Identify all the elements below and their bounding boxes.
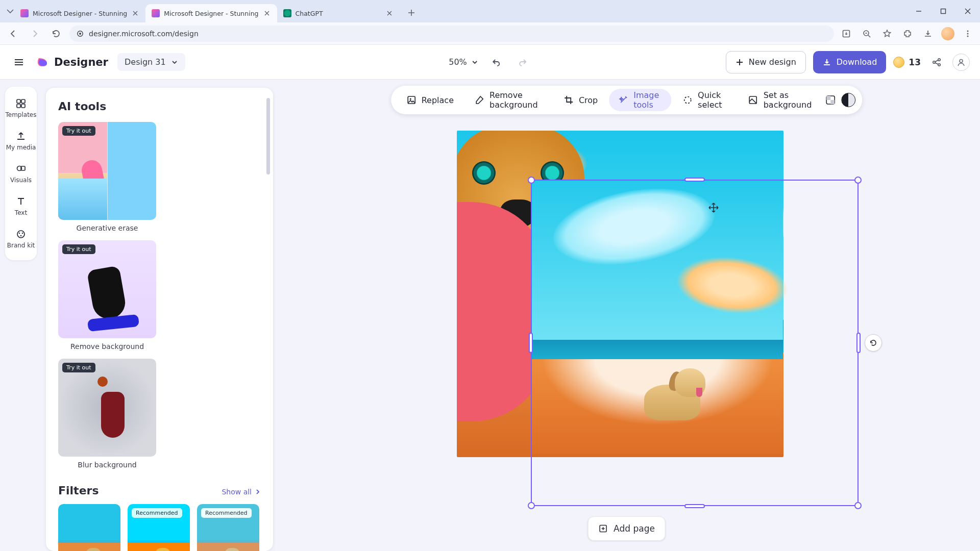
plus-square-icon — [598, 524, 607, 533]
nav-forward-button[interactable] — [27, 26, 43, 42]
canvas-area[interactable]: Replace Remove background Crop Image too… — [273, 80, 980, 551]
plus-icon — [736, 58, 744, 66]
window-minimize-button[interactable] — [906, 0, 931, 22]
new-design-label: New design — [749, 57, 796, 67]
url-text: designer.microsoft.com/design — [89, 30, 199, 38]
favicon-chatgpt-icon — [283, 9, 291, 17]
window-maximize-button[interactable] — [931, 0, 955, 22]
design-name-dropdown[interactable]: Design 31 — [117, 53, 185, 71]
chevron-right-icon — [255, 489, 261, 495]
resize-handle-right[interactable] — [856, 333, 861, 353]
nav-back-button[interactable] — [5, 26, 21, 42]
zoom-indicator-icon[interactable] — [860, 27, 874, 41]
new-tab-button[interactable] — [404, 5, 419, 20]
redo-button[interactable] — [514, 54, 531, 71]
rotate-handle[interactable] — [865, 334, 882, 352]
nav-reload-button[interactable] — [48, 26, 64, 42]
context-toolbar: Replace Remove background Crop Image too… — [391, 86, 863, 114]
svg-rect-14 — [17, 104, 20, 108]
tool-generative-erase[interactable]: Try it out Generative erase — [58, 122, 156, 232]
resize-handle-left[interactable] — [529, 333, 533, 353]
resize-handle-tr[interactable] — [854, 177, 862, 184]
tool-remove-background[interactable]: Try it out Remove background — [58, 240, 156, 350]
design-name: Design 31 — [125, 57, 166, 67]
ctx-color-picker[interactable] — [823, 89, 838, 111]
account-button[interactable] — [952, 54, 970, 71]
header-right: New design Download 13 — [726, 51, 970, 73]
ctx-label: Quick select — [698, 90, 728, 110]
address-bar[interactable]: designer.microsoft.com/design — [69, 26, 834, 42]
rail-text[interactable]: Text — [5, 190, 37, 222]
rail-templates[interactable]: Templates — [5, 92, 37, 124]
tab-close-icon[interactable] — [263, 9, 271, 17]
svg-point-6 — [967, 33, 969, 34]
credits-chip[interactable]: 13 — [893, 57, 921, 68]
resize-handle-bottom[interactable] — [684, 504, 705, 508]
ctx-replace[interactable]: Replace — [397, 89, 463, 111]
install-app-icon[interactable] — [839, 27, 853, 41]
profile-avatar[interactable] — [941, 27, 954, 40]
chevron-down-icon — [471, 59, 478, 66]
new-design-button[interactable]: New design — [726, 51, 806, 73]
resize-handle-tl[interactable] — [528, 177, 535, 184]
filter-calm[interactable]: Recommended Calm — [197, 504, 259, 551]
resize-handle-bl[interactable] — [528, 502, 535, 509]
zoom-dropdown[interactable]: 50% — [449, 57, 478, 67]
favicon-designer-icon — [20, 9, 29, 17]
panel-scrollbar[interactable] — [266, 98, 270, 174]
ctx-image-tools[interactable]: Image tools — [609, 89, 671, 111]
rail-my-media[interactable]: My media — [5, 124, 37, 157]
ctx-remove-bg[interactable]: Remove background — [465, 89, 552, 111]
undo-button[interactable] — [487, 54, 505, 71]
main: Templates My media Visuals Text Brand ki… — [0, 80, 980, 551]
tab-chatgpt[interactable]: ChatGPT — [277, 4, 400, 22]
svg-point-9 — [938, 58, 940, 60]
filters-heading: Filters — [58, 484, 99, 497]
tab-close-icon[interactable] — [131, 9, 139, 17]
selection-box[interactable] — [531, 180, 859, 506]
extensions-icon[interactable] — [900, 27, 915, 41]
show-all-link[interactable]: Show all — [222, 488, 261, 496]
tool-thumb: Try it out — [58, 122, 156, 220]
share-button[interactable] — [928, 54, 945, 71]
svg-rect-13 — [21, 99, 25, 103]
tab-designer-2[interactable]: Microsoft Designer - Stunning — [145, 4, 277, 22]
eraser-icon — [474, 95, 484, 105]
try-it-out-badge: Try it out — [62, 126, 95, 136]
rail-visuals[interactable]: Visuals — [5, 157, 37, 190]
tool-blur-background[interactable]: Try it out Blur background — [58, 359, 156, 469]
filter-punch[interactable]: Recommended Punch — [128, 504, 190, 551]
svg-rect-12 — [17, 99, 20, 103]
site-info-icon — [77, 30, 84, 37]
ctx-label: Crop — [579, 95, 598, 105]
credits-count: 13 — [909, 57, 921, 67]
tab-close-icon[interactable] — [385, 9, 394, 17]
chrome-menu-icon[interactable] — [961, 27, 975, 41]
tab-title: Microsoft Designer - Stunning — [33, 10, 127, 17]
svg-point-11 — [960, 59, 963, 62]
downloads-icon[interactable] — [921, 27, 935, 41]
ctx-set-bg[interactable]: Set as background — [739, 89, 821, 111]
filter-normal[interactable]: Normal — [58, 504, 120, 551]
ctx-contrast[interactable] — [841, 89, 856, 111]
left-rail: Templates My media Visuals Text Brand ki… — [0, 80, 42, 551]
download-button[interactable]: Download — [813, 51, 887, 73]
svg-point-2 — [79, 33, 81, 35]
bookmark-star-icon[interactable] — [880, 27, 894, 41]
designer-logo-icon — [37, 56, 49, 68]
menu-button[interactable] — [10, 54, 28, 71]
resize-handle-br[interactable] — [854, 502, 862, 509]
ctx-quick-select[interactable]: Quick select — [673, 89, 737, 111]
ctx-crop[interactable]: Crop — [554, 89, 607, 111]
tab-designer-1[interactable]: Microsoft Designer - Stunning — [14, 4, 145, 22]
zoom-value: 50% — [449, 57, 467, 67]
tool-label: Generative erase — [77, 224, 138, 232]
tool-thumb: Try it out — [58, 359, 156, 457]
brand[interactable]: Designer — [37, 56, 108, 68]
add-page-button[interactable]: Add page — [587, 516, 666, 541]
svg-point-7 — [967, 35, 969, 37]
move-cursor-icon — [708, 202, 719, 213]
resize-handle-top[interactable] — [684, 178, 705, 182]
window-close-button[interactable] — [955, 0, 980, 22]
rail-brand-kit[interactable]: Brand kit — [5, 222, 37, 255]
